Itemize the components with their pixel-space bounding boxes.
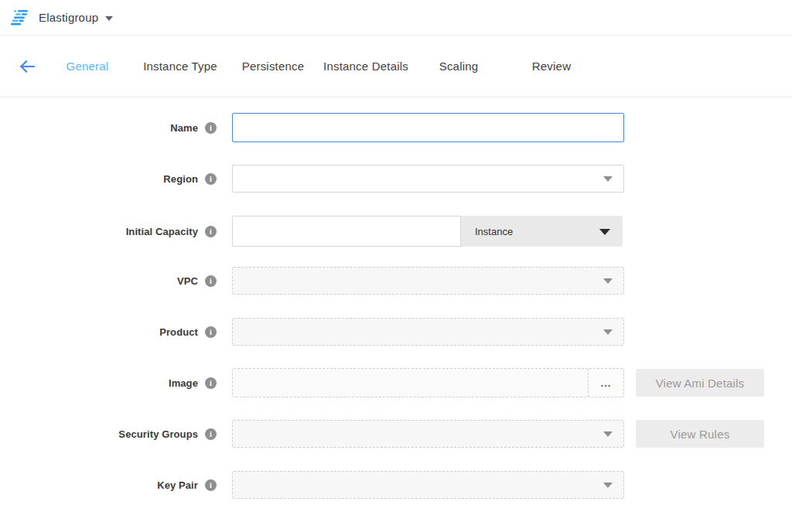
general-settings-form: Name i Region i Initial Capacity i [0,97,792,499]
key-pair-label: Key Pair [157,479,198,491]
key-pair-row: Key Pair i [0,471,792,499]
top-app-bar: Elastigroup [0,0,792,36]
region-row: Region i [0,165,792,193]
product-row: Product i [0,318,792,346]
security-groups-info-icon[interactable]: i [205,428,217,440]
image-info-icon[interactable]: i [205,377,217,389]
security-groups-select [232,420,624,448]
image-value [233,369,588,397]
arrow-left-icon [19,60,36,73]
vpc-row: VPC i [0,267,792,295]
image-row: Image i ... View Ami Details [0,369,792,397]
tab-instance-type[interactable]: Instance Type [134,60,227,73]
chevron-down-icon [603,329,613,335]
wizard-tab-bar: General Instance Type Persistence Instan… [0,36,792,97]
chevron-down-icon [603,278,613,284]
wizard-tabs: General Instance Type Persistence Instan… [41,60,598,73]
tab-general[interactable]: General [41,60,134,73]
vpc-select [232,267,624,295]
name-input[interactable] [232,113,624,142]
vpc-info-icon[interactable]: i [205,275,217,287]
view-ami-details-button[interactable]: View Ami Details [636,369,764,397]
tab-persistence[interactable]: Persistence [227,60,319,73]
product-info-icon[interactable]: i [205,326,217,338]
chevron-down-icon [603,483,613,488]
image-field: ... [232,368,624,397]
security-groups-label: Security Groups [118,428,198,440]
capacity-unit-value: Instance [475,226,513,237]
tab-review[interactable]: Review [505,60,598,73]
app-name: Elastigroup [39,11,98,24]
image-label: Image [169,377,198,389]
key-pair-select [232,471,624,499]
capacity-unit-select[interactable]: Instance [461,216,623,247]
tab-instance-details[interactable]: Instance Details [319,60,412,73]
tab-scaling[interactable]: Scaling [412,60,505,73]
name-row: Name i [0,114,792,142]
vpc-label: VPC [177,275,198,287]
app-switcher-caret-icon[interactable] [105,16,113,21]
product-select [232,318,624,346]
initial-capacity-row: Initial Capacity i Instance [0,216,792,247]
name-info-icon[interactable]: i [205,122,217,134]
initial-capacity-input[interactable] [232,216,461,247]
back-button[interactable] [13,60,41,73]
key-pair-info-icon[interactable]: i [205,479,217,491]
region-select[interactable] [232,165,624,193]
view-rules-button[interactable]: View Rules [636,420,764,448]
region-info-icon[interactable]: i [205,173,217,185]
chevron-down-icon [603,431,613,437]
image-browse-button[interactable]: ... [588,369,623,397]
chevron-down-icon [599,229,610,235]
product-label: Product [159,326,198,338]
initial-capacity-info-icon[interactable]: i [205,226,217,237]
security-groups-row: Security Groups i View Rules [0,420,792,448]
region-label: Region [163,173,198,185]
chevron-down-icon [603,176,613,182]
initial-capacity-label: Initial Capacity [126,226,198,237]
name-label: Name [170,122,198,134]
elastigroup-logo-icon [11,9,31,27]
